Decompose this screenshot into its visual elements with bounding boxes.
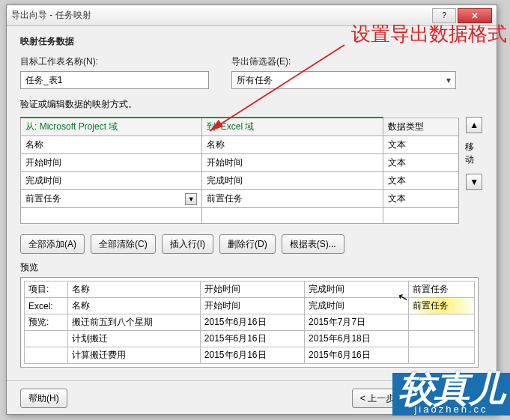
verify-label: 验证或编辑数据的映射方式。 — [20, 98, 483, 111]
map-row: 前置任务▼ 前置任务文本 — [21, 190, 459, 208]
watermark: 较真儿jiaozhen.cc — [392, 373, 510, 416]
based-on-table-button[interactable]: 根据表(S)... — [282, 234, 344, 254]
map-row: 名称名称文本 — [21, 136, 459, 154]
map-row: 完成时间完成时间文本 — [21, 172, 459, 190]
preview-label: 预览 — [20, 261, 483, 274]
preview-table: 项目:名称开始时间完成时间前置任务 Excel:名称开始时间完成时间前置任务 预… — [24, 281, 475, 364]
close-button[interactable]: × — [458, 8, 492, 23]
target-name-input[interactable] — [20, 71, 209, 89]
move-label: 移动 — [465, 141, 483, 166]
export-wizard-dialog: 导出向导 - 任务映射 ? × 映射任务数据 目标工作表名称(N): 导出筛选器… — [6, 4, 497, 415]
clear-all-button[interactable]: 全部清除(C) — [91, 234, 156, 254]
dropdown-arrow-icon[interactable]: ▼ — [185, 193, 197, 205]
titlebar-title: 导出向导 - 任务映射 — [11, 9, 432, 22]
insert-row-button[interactable]: 插入行(I) — [162, 234, 213, 254]
map-header-to[interactable]: 到: Excel 域 — [202, 118, 383, 136]
target-name-label: 目标工作表名称(N): — [20, 55, 209, 68]
help-titlebar-button[interactable]: ? — [432, 8, 456, 23]
move-up-button[interactable]: ▲ — [466, 117, 482, 133]
titlebar[interactable]: 导出向导 - 任务映射 ? × — [7, 5, 497, 26]
map-row — [21, 208, 459, 224]
map-header-from[interactable]: 从: Microsoft Project 域 — [21, 118, 202, 136]
add-all-button[interactable]: 全部添加(A) — [20, 234, 85, 254]
help-button[interactable]: 帮助(H) — [20, 389, 67, 408]
move-down-button[interactable]: ▼ — [466, 174, 482, 190]
preview-panel: 项目:名称开始时间完成时间前置任务 Excel:名称开始时间完成时间前置任务 预… — [20, 277, 479, 368]
section-title: 映射任务数据 — [20, 35, 483, 48]
filter-select[interactable]: 所有任务 — [231, 71, 456, 89]
map-header-type[interactable]: 数据类型 — [383, 118, 459, 136]
mapping-table: 从: Microsoft Project 域 到: Excel 域 数据类型 名… — [20, 117, 459, 224]
filter-label: 导出筛选器(E): — [231, 55, 456, 68]
delete-row-button[interactable]: 删除行(D) — [219, 234, 276, 254]
map-row: 开始时间开始时间文本 — [21, 154, 459, 172]
